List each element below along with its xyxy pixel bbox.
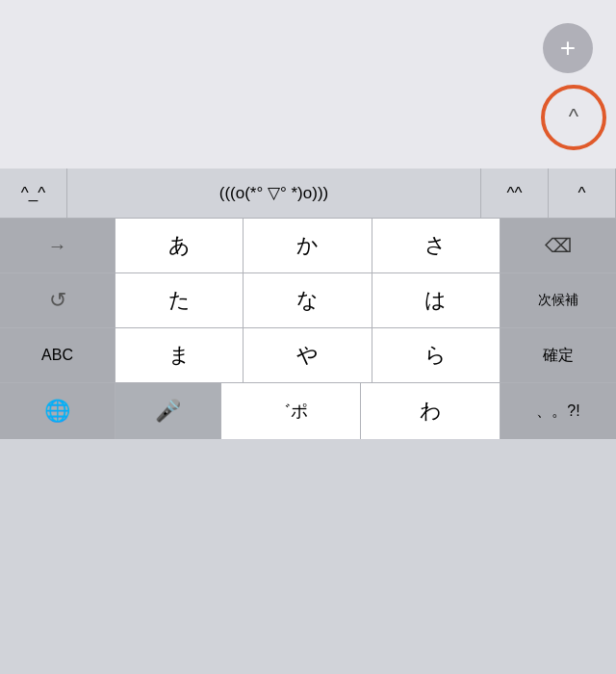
key-po[interactable]: ゛ポ	[221, 383, 361, 439]
arrow-right-key[interactable]: →	[0, 219, 116, 272]
globe-icon: 🌐	[44, 399, 70, 424]
top-area: + ^	[0, 0, 616, 168]
globe-key[interactable]: 🌐	[0, 383, 116, 439]
candidate-item-1[interactable]: ^_^	[0, 168, 67, 218]
key-row-3: ABC ま や ら 確定	[0, 328, 616, 383]
key-ta[interactable]: た	[116, 273, 244, 327]
mic-icon: 🎤	[155, 399, 181, 424]
key-row-2: ↺ た な は 次候補	[0, 273, 616, 328]
candidate-item-3[interactable]: ^^	[481, 168, 549, 218]
key-a[interactable]: あ	[116, 219, 244, 272]
punctuation-key[interactable]: 、。?!	[500, 383, 616, 439]
key-wa[interactable]: わ	[361, 383, 500, 439]
undo-icon: ↺	[49, 288, 66, 313]
key-row-1: → あ か さ ⌫	[0, 219, 616, 273]
confirm-key[interactable]: 確定	[500, 328, 616, 382]
arrow-right-icon: →	[48, 235, 67, 257]
backspace-key[interactable]: ⌫	[500, 219, 616, 272]
keyboard: → あ か さ ⌫ ↺ た な は 次候補	[0, 219, 616, 439]
plus-button[interactable]: +	[543, 23, 593, 73]
key-ya[interactable]: や	[244, 328, 372, 382]
chevron-up-icon: ^	[569, 106, 578, 127]
key-sa[interactable]: さ	[372, 219, 500, 272]
key-row-4: 🌐 🎤 ゛ポ わ 、。?!	[0, 383, 616, 439]
mic-key[interactable]: 🎤	[116, 383, 221, 439]
abc-key[interactable]: ABC	[0, 328, 116, 382]
chevron-circle-button[interactable]: ^	[541, 85, 606, 150]
undo-key[interactable]: ↺	[0, 273, 116, 327]
key-ka[interactable]: か	[244, 219, 372, 272]
key-ha[interactable]: は	[372, 273, 500, 327]
plus-icon: +	[560, 35, 576, 62]
candidate-bar: ^_^ (((o(*° ▽° *)o))) ^^ ^	[0, 168, 616, 219]
key-na[interactable]: な	[244, 273, 372, 327]
key-ma[interactable]: ま	[116, 328, 244, 382]
backspace-icon: ⌫	[545, 234, 572, 257]
candidate-item-4[interactable]: ^	[549, 168, 616, 218]
next-candidate-key[interactable]: 次候補	[500, 273, 616, 327]
key-ra[interactable]: ら	[372, 328, 500, 382]
candidate-item-2[interactable]: (((o(*° ▽° *)o)))	[67, 168, 481, 218]
